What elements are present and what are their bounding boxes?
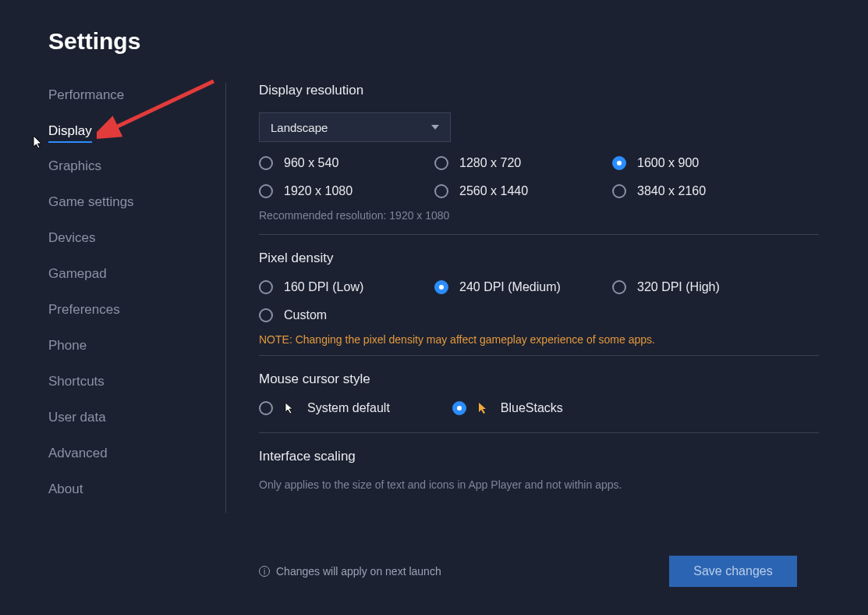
cursor-system-icon: [284, 402, 296, 414]
sidebar-item-game-settings[interactable]: Game settings: [48, 190, 134, 215]
radio-label: BlueStacks: [501, 401, 563, 415]
sidebar-item-user-data[interactable]: User data: [48, 405, 106, 430]
resolution-option[interactable]: 1600 x 900: [612, 156, 790, 170]
mouse-cursor-icon: [33, 135, 44, 149]
radio-label: 3840 x 2160: [637, 184, 706, 198]
scaling-title: Interface scaling: [259, 449, 819, 464]
resolution-option[interactable]: 2560 x 1440: [434, 184, 612, 198]
page-title: Settings: [48, 28, 868, 55]
sidebar: Performance Display Graphics Game settin…: [48, 83, 226, 513]
radio-icon: [259, 184, 273, 198]
cursor-option-system[interactable]: System default: [259, 401, 390, 415]
radio-label: 1600 x 900: [637, 156, 699, 170]
resolution-option[interactable]: 3840 x 2160: [612, 184, 790, 198]
recommended-resolution: Recommended resolution: 1920 x 1080: [259, 209, 819, 222]
resolution-title: Display resolution: [259, 83, 819, 98]
sidebar-item-graphics[interactable]: Graphics: [48, 154, 101, 179]
divider: [259, 355, 819, 356]
radio-icon: [612, 156, 626, 170]
radio-icon: [259, 401, 273, 415]
sidebar-item-phone[interactable]: Phone: [48, 333, 87, 358]
sidebar-item-devices[interactable]: Devices: [48, 226, 95, 251]
cursor-bluestacks-icon: [477, 402, 490, 414]
radio-label: 240 DPI (Medium): [459, 280, 561, 294]
radio-icon: [434, 184, 448, 198]
footer-note: i Changes will apply on next launch: [259, 565, 441, 578]
radio-icon: [259, 308, 273, 322]
radio-label: System default: [307, 401, 390, 415]
sidebar-item-display[interactable]: Display: [48, 119, 92, 143]
cursor-option-bluestacks[interactable]: BlueStacks: [452, 401, 563, 415]
radio-icon: [259, 280, 273, 294]
radio-label: 2560 x 1440: [459, 184, 528, 198]
radio-label: Custom: [284, 308, 327, 322]
save-changes-button[interactable]: Save changes: [669, 556, 797, 587]
radio-icon: [259, 156, 273, 170]
radio-label: 960 x 540: [284, 156, 338, 170]
radio-label: 1280 x 720: [459, 156, 521, 170]
sidebar-item-preferences[interactable]: Preferences: [48, 297, 120, 322]
orientation-select[interactable]: Landscape: [259, 112, 451, 142]
sidebar-item-performance[interactable]: Performance: [48, 83, 124, 108]
radio-icon: [434, 156, 448, 170]
dpi-note: NOTE: Changing the pixel density may aff…: [259, 333, 819, 346]
radio-label: 1920 x 1080: [284, 184, 353, 198]
footer-note-text: Changes will apply on next launch: [276, 565, 441, 578]
radio-icon: [452, 401, 466, 415]
radio-label: 320 DPI (High): [637, 280, 720, 294]
sidebar-item-about[interactable]: About: [48, 477, 83, 502]
radio-label: 160 DPI (Low): [284, 280, 363, 294]
cursor-title: Mouse cursor style: [259, 371, 819, 387]
sidebar-item-shortcuts[interactable]: Shortcuts: [48, 369, 105, 394]
info-icon: i: [259, 566, 270, 577]
dpi-option[interactable]: 240 DPI (Medium): [434, 280, 612, 294]
resolution-option[interactable]: 1920 x 1080: [259, 184, 434, 198]
chevron-down-icon: [431, 125, 439, 130]
resolution-option[interactable]: 1280 x 720: [434, 156, 612, 170]
orientation-value: Landscape: [271, 121, 328, 134]
dpi-title: Pixel density: [259, 251, 819, 266]
scaling-hint: Only applies to the size of text and ico…: [259, 478, 819, 491]
sidebar-item-advanced[interactable]: Advanced: [48, 441, 108, 466]
resolution-option[interactable]: 960 x 540: [259, 156, 434, 170]
divider: [259, 234, 819, 235]
dpi-option[interactable]: 160 DPI (Low): [259, 280, 434, 294]
sidebar-item-gamepad[interactable]: Gamepad: [48, 261, 107, 286]
radio-icon: [434, 280, 448, 294]
dpi-option[interactable]: 320 DPI (High): [612, 280, 790, 294]
radio-icon: [612, 280, 626, 294]
radio-icon: [612, 184, 626, 198]
divider: [259, 432, 819, 433]
main-panel: Display resolution Landscape 960 x 540 1…: [226, 83, 819, 513]
dpi-option[interactable]: Custom: [259, 308, 434, 322]
